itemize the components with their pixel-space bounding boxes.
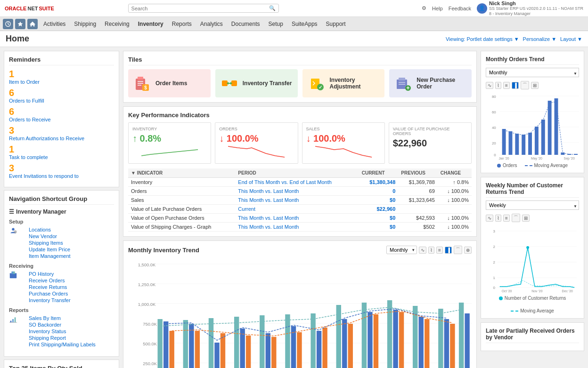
reminder-link-5[interactable]: Event Invitations to respond to	[9, 173, 79, 179]
orders-period-select[interactable]: Monthly	[486, 68, 579, 77]
kpi-row-period[interactable]: This Month vs. Last Month	[235, 187, 359, 196]
nav-update-price[interactable]: Update Item Price	[23, 246, 71, 253]
nav-sales-by-item[interactable]: Sales By Item	[23, 315, 96, 321]
nav-inventory[interactable]: Inventory	[134, 19, 167, 29]
tile-order-items-label: Order Items	[155, 80, 187, 87]
returns-line-btn[interactable]: ∿	[486, 215, 493, 222]
returns-export-btn[interactable]: ⌒	[512, 214, 520, 222]
trend-zoom-btn[interactable]: ⊕	[464, 247, 472, 254]
nav-item-mgmt[interactable]: Item Management	[23, 253, 71, 259]
trend-export-btn[interactable]: ⌒	[454, 246, 462, 254]
tile-order-items[interactable]: $ Order Items	[128, 69, 211, 97]
legend-label-orders-ma: Moving Average	[534, 163, 568, 168]
settings-icon[interactable]: ⚙	[422, 5, 426, 11]
nav-suiteapps[interactable]: SuiteApps	[288, 19, 321, 29]
nav-shipping-report[interactable]: Shipping Report	[23, 335, 96, 341]
nav-inv-transfer[interactable]: Inventory Transfer	[23, 297, 71, 304]
nav-setup[interactable]: Setup	[265, 19, 287, 29]
kpi-row-period[interactable]: This Month vs. Last Month	[235, 223, 359, 232]
nav-receiving[interactable]: Receiving	[101, 19, 133, 29]
orders-filter-btn[interactable]: ≡	[503, 82, 510, 89]
page-header-right: Viewing: Portlet date settings ▼ Persona…	[446, 36, 582, 42]
nav-inv-status[interactable]: Inventory Status	[23, 328, 96, 335]
nav-locations[interactable]: Locations	[23, 226, 71, 233]
page-header: Home Viewing: Portlet date settings ▼ Pe…	[0, 31, 588, 47]
search-bar[interactable]: 🔍	[128, 4, 279, 13]
legend-orders: Orders	[497, 163, 517, 168]
nav-support[interactable]: Support	[322, 19, 350, 29]
nav-reports[interactable]: Reports	[168, 19, 196, 29]
sort-indicator-icon[interactable]: ▼	[131, 170, 136, 176]
help-link[interactable]: Help	[432, 6, 443, 11]
orders-bar-btn[interactable]: ▐	[512, 82, 519, 89]
reminder-link-4[interactable]: Task to complete	[9, 154, 48, 160]
setup-links-group: Locations New Vendor Shipping Items Upda…	[9, 226, 114, 259]
trend-period-select[interactable]: Monthly	[386, 246, 417, 254]
kpi-row-period[interactable]: End of This Month vs. End of Last Month	[235, 178, 359, 187]
svg-rect-56	[220, 333, 225, 368]
svg-rect-76	[393, 310, 398, 368]
orders-fullscreen-btn[interactable]: ⊞	[531, 82, 539, 89]
returns-zoom-btn[interactable]: ⊞	[522, 215, 530, 222]
tile-inv-transfer[interactable]: Inventory Transfer	[215, 69, 298, 97]
kpi-label-1: ORDERS	[219, 127, 294, 131]
returns-period-select[interactable]: Weekly	[486, 200, 579, 210]
personalize-link[interactable]: Personalize ▼	[523, 36, 556, 42]
reminder-link-1[interactable]: Orders to Fulfill	[9, 98, 44, 104]
nav-shipping[interactable]: Shipping	[70, 19, 100, 29]
th-period: PERIOD	[235, 168, 359, 178]
returns-svg: 3 2 2 1 0 Oct '20 Nov '20	[486, 224, 579, 295]
kpi-row-period[interactable]: This Month vs. Last Month	[235, 196, 359, 205]
search-input[interactable]	[131, 6, 269, 11]
kpi-row-period[interactable]: This Month vs. Last Month	[235, 214, 359, 223]
nav-receive-orders[interactable]: Receive Orders	[23, 277, 71, 284]
trend-bar-btn[interactable]: ▐	[445, 247, 452, 254]
trend-filter-btn[interactable]: ≡	[436, 247, 443, 254]
returns-area-btn[interactable]: ⌇	[495, 215, 501, 222]
weekly-returns-title: Weekly Number of Customer Returns Trend	[486, 182, 579, 198]
orders-area-btn[interactable]: ⌇	[495, 82, 501, 89]
nav-receive-returns[interactable]: Receive Returns	[23, 284, 71, 290]
kpi-label-0: INVENTORY	[132, 127, 207, 131]
reminder-link-0[interactable]: Item to Order	[9, 79, 40, 85]
legend-label-returns: Number of Customer Returns	[505, 296, 566, 301]
returns-filter-btn[interactable]: ≡	[503, 215, 510, 222]
svg-rect-117	[555, 98, 558, 155]
tile-new-po[interactable]: + New Purchase Order	[389, 69, 472, 97]
th-current: CURRENT	[359, 168, 399, 178]
reminder-link-3[interactable]: Return Authorizations to Receive	[9, 136, 84, 141]
nav-documents[interactable]: Documents	[228, 19, 264, 29]
layout-link[interactable]: Layout ▼	[560, 36, 582, 42]
setup-links: Locations New Vendor Shipping Items Upda…	[23, 226, 71, 259]
user-info: 👤 Nick Singh SS Starter ERP US v2020.2.0…	[477, 0, 583, 16]
nav-new-vendor[interactable]: New Vendor	[23, 233, 71, 240]
reminder-link-2[interactable]: Orders to Receive	[9, 117, 51, 122]
reports-title: Reports	[9, 307, 114, 313]
reports-icon	[9, 315, 20, 325]
logo: ORACLE NETSUITE	[5, 6, 54, 11]
nav-so-backorder[interactable]: SO Backorder	[23, 321, 96, 328]
kpi-row-change	[438, 205, 472, 214]
kpi-row-period[interactable]: Current	[235, 205, 359, 214]
portlet-settings-link[interactable]: Viewing: Portlet date settings ▼	[446, 36, 519, 42]
nav-print-labels[interactable]: Print Shipping/Mailing Labels	[23, 341, 96, 348]
feedback-link[interactable]: Feedback	[449, 6, 471, 11]
svg-rect-111	[515, 134, 519, 155]
nav-purchase-orders[interactable]: Purchase Orders	[23, 290, 71, 297]
trend-line-btn[interactable]: ∿	[419, 247, 426, 254]
home-nav-icon[interactable]	[27, 19, 38, 29]
orders-line-btn[interactable]: ∿	[486, 82, 493, 89]
favorites-icon[interactable]	[15, 19, 25, 29]
late-orders-title: Late or Partially Received Orders by Ven…	[486, 328, 579, 343]
svg-rect-115	[541, 120, 545, 155]
tile-inv-adjustment[interactable]: ✓ Inventory Adjustment	[302, 69, 385, 97]
nav-analytics[interactable]: Analytics	[196, 19, 227, 29]
history-icon[interactable]	[3, 19, 13, 29]
orders-zoom-btn[interactable]: ⌒	[521, 81, 529, 89]
svg-text:May '20: May '20	[531, 157, 542, 160]
nav-activities[interactable]: Activities	[40, 19, 69, 29]
nav-shipping-items[interactable]: Shipping Items	[23, 240, 71, 246]
nav-po-history[interactable]: PO History	[23, 271, 71, 277]
trend-area-btn[interactable]: ⌇	[428, 247, 434, 254]
kpi-row-indicator: Value of Open Purchase Orders	[128, 214, 235, 223]
